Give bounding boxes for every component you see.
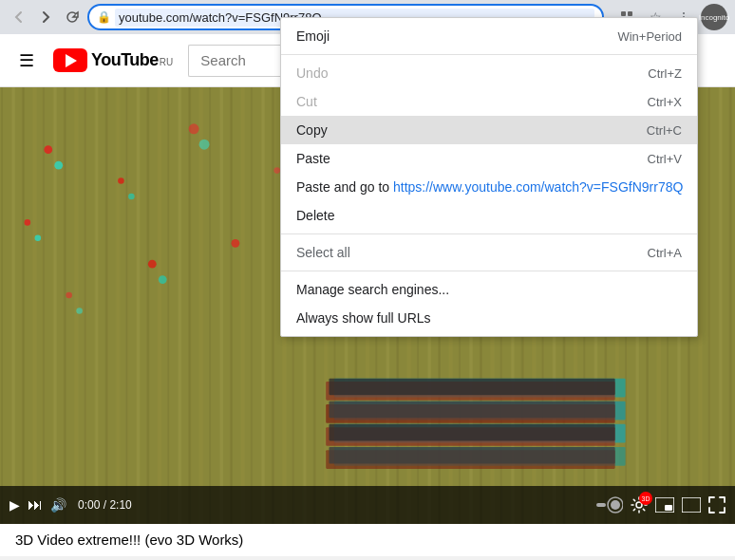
- svg-rect-0: [621, 11, 626, 16]
- show-full-urls-menu-item[interactable]: Always show full URLs: [281, 304, 697, 332]
- show-full-urls-label: Always show full URLs: [296, 310, 431, 326]
- youtube-country: RU: [160, 57, 173, 67]
- svg-rect-52: [665, 505, 672, 511]
- cut-label: Cut: [296, 94, 317, 109]
- lock-icon: 🔒: [97, 10, 111, 24]
- settings-badge: 3D: [639, 492, 652, 505]
- play-pause-button[interactable]: ▶: [9, 497, 20, 513]
- undo-label: Undo: [296, 65, 328, 81]
- svg-rect-54: [683, 498, 700, 512]
- autoplay-toggle[interactable]: [596, 496, 623, 513]
- menu-separator-1: [281, 54, 697, 55]
- next-button[interactable]: ⏭: [28, 496, 43, 513]
- paste-menu-item[interactable]: Paste Ctrl+V: [281, 144, 697, 173]
- time-display: 0:00 / 2:10: [78, 498, 132, 512]
- video-title: 3D Video extreme!!! (evo 3D Works): [15, 532, 243, 548]
- miniplayer-button[interactable]: [655, 497, 674, 513]
- undo-menu-item[interactable]: Undo Ctrl+Z: [281, 59, 697, 87]
- page-title-bar: 3D Video extreme!!! (evo 3D Works): [0, 524, 735, 556]
- cut-menu-item[interactable]: Cut Ctrl+X: [281, 87, 697, 116]
- hamburger-menu[interactable]: ☰: [15, 47, 38, 75]
- settings-button[interactable]: 3D: [631, 496, 648, 513]
- youtube-logo[interactable]: YouTubeRU: [53, 48, 173, 72]
- select-all-label: Select all: [296, 245, 350, 260]
- select-all-menu-item[interactable]: Select all Ctrl+A: [281, 238, 697, 267]
- youtube-logo-icon: [53, 48, 87, 72]
- copy-label: Copy: [296, 122, 328, 138]
- back-button[interactable]: [8, 6, 30, 28]
- profile-avatar[interactable]: Incognito: [701, 4, 727, 30]
- manage-engines-menu-item[interactable]: Manage search engines...: [281, 275, 697, 304]
- paste-label: Paste: [296, 151, 330, 166]
- context-menu: Emoji Win+Period Undo Ctrl+Z Cut Ctrl+X …: [280, 17, 698, 337]
- cut-shortcut: Ctrl+X: [648, 95, 682, 109]
- emoji-menu-item[interactable]: Emoji Win+Period: [281, 22, 697, 50]
- paste-go-label: Paste and go to https://www.youtube.com/…: [296, 179, 683, 195]
- undo-shortcut: Ctrl+Z: [648, 66, 682, 81]
- play-triangle-icon: [66, 54, 77, 67]
- emoji-shortcut: Win+Period: [617, 29, 682, 44]
- refresh-button[interactable]: [61, 6, 84, 28]
- video-controls: ▶ ⏭ 🔊 0:00 / 2:10 3D: [0, 486, 735, 524]
- manage-engines-label: Manage search engines...: [296, 282, 449, 297]
- paste-go-url: https://www.youtube.com/watch?v=FSGfN9rr…: [393, 179, 683, 195]
- paste-go-menu-item[interactable]: Paste and go to https://www.youtube.com/…: [281, 173, 697, 201]
- paste-shortcut: Ctrl+V: [648, 152, 682, 166]
- emoji-label: Emoji: [296, 28, 330, 44]
- volume-button[interactable]: 🔊: [50, 497, 66, 513]
- select-all-shortcut: Ctrl+A: [648, 246, 682, 260]
- menu-separator-3: [281, 271, 697, 271]
- svg-rect-1: [628, 11, 632, 16]
- incognito-label: Incognito: [699, 13, 729, 22]
- theater-mode-button[interactable]: [682, 497, 701, 513]
- copy-menu-item[interactable]: Copy Ctrl+C: [281, 116, 697, 144]
- svg-point-48: [611, 500, 620, 510]
- youtube-wordmark: YouTube: [91, 50, 159, 70]
- svg-rect-53: [682, 497, 701, 513]
- fullscreen-button[interactable]: [708, 496, 726, 513]
- copy-shortcut: Ctrl+C: [647, 123, 682, 138]
- delete-label: Delete: [296, 208, 334, 223]
- svg-rect-49: [596, 503, 606, 507]
- delete-menu-item[interactable]: Delete: [281, 201, 697, 230]
- menu-separator-2: [281, 233, 697, 234]
- forward-button[interactable]: [34, 6, 57, 28]
